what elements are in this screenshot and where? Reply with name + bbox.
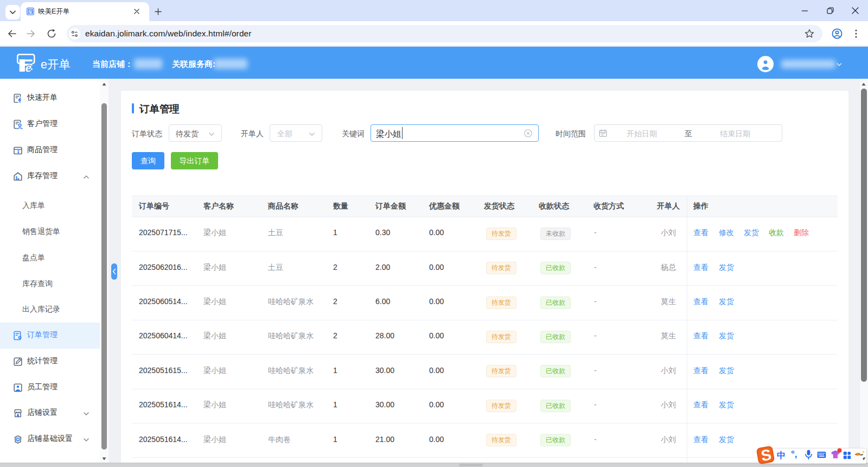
svg-text:e: e bbox=[30, 10, 32, 15]
svg-text:e: e bbox=[25, 60, 31, 74]
